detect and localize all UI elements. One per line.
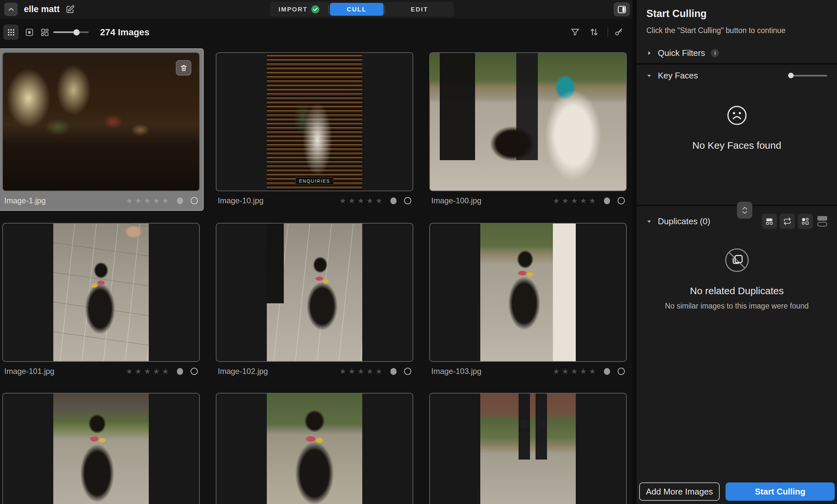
tab-import[interactable]: IMPORT xyxy=(270,2,328,17)
star-icon xyxy=(580,368,587,375)
image-filename: Image-101.jpg xyxy=(4,367,54,376)
star-rating[interactable] xyxy=(553,197,596,204)
tab-cull-label: CULL xyxy=(347,6,367,13)
image-card[interactable] xyxy=(429,393,627,504)
color-tag-dot[interactable] xyxy=(177,197,183,204)
star-rating[interactable] xyxy=(553,368,596,375)
tab-cull[interactable]: CULL xyxy=(329,2,385,17)
funnel-icon xyxy=(570,27,580,37)
key-faces-empty-text: No Key Faces found xyxy=(637,140,837,151)
duplicates-list-view-icon[interactable] xyxy=(817,216,827,227)
info-icon[interactable]: i xyxy=(711,49,719,57)
sidebar-toggle-button[interactable] xyxy=(614,2,630,16)
color-tag-dot[interactable] xyxy=(604,368,610,375)
duplicates-stack-view-button[interactable] xyxy=(762,214,777,229)
key-faces-slider[interactable] xyxy=(789,75,827,76)
image-card[interactable]: ENQUIRIES Image-10.jpg xyxy=(216,52,413,211)
duplicates-loop-button[interactable] xyxy=(780,214,795,229)
photo-venue-interior xyxy=(3,53,199,191)
star-icon xyxy=(580,197,587,204)
duplicates-grid-view-button[interactable] xyxy=(798,214,813,229)
star-icon xyxy=(375,368,382,375)
image-card[interactable] xyxy=(216,393,413,504)
star-icon xyxy=(571,197,578,204)
photo-thumbnail[interactable] xyxy=(2,223,200,362)
image-filename: Image-100.jpg xyxy=(431,196,481,205)
edit-pencil-icon xyxy=(65,5,74,14)
selection-circle[interactable] xyxy=(191,197,198,204)
tab-import-label: IMPORT xyxy=(279,6,308,13)
photo-thumbnail[interactable] xyxy=(2,52,200,191)
photo-thumbnail[interactable]: ENQUIRIES xyxy=(216,52,413,191)
image-card[interactable]: Image-1.jpg xyxy=(0,48,204,211)
selection-circle[interactable] xyxy=(618,197,625,204)
star-icon xyxy=(375,197,382,204)
selection-circle[interactable] xyxy=(618,368,625,375)
main-area: elle matt IMPORT CULL EDIT xyxy=(0,0,633,504)
panel-resize-handle[interactable] xyxy=(737,202,752,219)
image-filename: Image-102.jpg xyxy=(218,367,268,376)
panel-toggle-icon xyxy=(617,4,627,14)
grid-toolbar: 274 Images xyxy=(0,19,633,46)
photo-thumbnail[interactable] xyxy=(216,223,413,362)
photo-dog-closeup xyxy=(267,394,362,504)
key-faces-label: Key Faces xyxy=(658,71,698,81)
tab-edit[interactable]: EDIT xyxy=(385,2,454,17)
photo-thumbnail[interactable] xyxy=(2,393,200,504)
trash-icon xyxy=(180,64,188,72)
color-tag-dot[interactable] xyxy=(604,197,610,204)
add-more-images-button[interactable]: Add More Images xyxy=(639,482,719,501)
star-icon xyxy=(553,197,560,204)
color-tag-dot[interactable] xyxy=(177,368,183,375)
view-grid-button[interactable] xyxy=(3,24,19,40)
star-icon xyxy=(357,368,364,375)
selection-circle[interactable] xyxy=(404,197,411,204)
thumbnail-size-slider-thumb[interactable] xyxy=(74,29,80,35)
filter-button[interactable] xyxy=(570,27,580,37)
photo-thumbnail[interactable] xyxy=(429,52,627,191)
photo-dog-sitting xyxy=(53,394,149,504)
keyboard-shortcuts-button[interactable] xyxy=(614,27,624,37)
workflow-tabbar: IMPORT CULL EDIT xyxy=(270,2,454,17)
photo-thumbnail[interactable] xyxy=(216,393,413,504)
star-icon xyxy=(153,197,160,204)
mosaic-grid-icon xyxy=(801,217,809,226)
start-culling-button[interactable]: Start Culling xyxy=(726,482,835,501)
image-card[interactable]: Image-102.jpg xyxy=(216,223,413,381)
selection-circle[interactable] xyxy=(191,368,198,375)
view-mosaic-button[interactable] xyxy=(37,24,52,40)
star-icon xyxy=(562,197,569,204)
key-faces-header[interactable]: Key Faces xyxy=(637,65,837,86)
collapse-header-button[interactable] xyxy=(4,3,18,16)
photo-thumbnail[interactable] xyxy=(429,223,627,362)
star-rating[interactable] xyxy=(126,368,169,375)
star-icon xyxy=(144,197,151,204)
key-faces-slider-thumb[interactable] xyxy=(788,73,794,78)
image-card[interactable]: Image-101.jpg xyxy=(2,223,200,381)
tab-edit-label: EDIT xyxy=(411,6,428,13)
thumbnail-size-slider[interactable] xyxy=(53,31,89,33)
tab-cull-pill: CULL xyxy=(330,3,384,16)
color-tag-dot[interactable] xyxy=(390,368,397,375)
photo-dog-beside-dress xyxy=(480,223,576,361)
view-single-button[interactable] xyxy=(22,24,37,40)
star-rating[interactable] xyxy=(126,197,169,204)
edit-project-name-button[interactable] xyxy=(65,5,74,14)
photo-thumbnail[interactable] xyxy=(429,393,627,504)
quick-filters-header[interactable]: Quick Filters i xyxy=(637,43,837,63)
image-card[interactable]: Image-100.jpg xyxy=(429,52,627,211)
image-card[interactable]: Image-103.jpg xyxy=(429,223,627,381)
star-icon xyxy=(367,197,373,204)
star-rating[interactable] xyxy=(339,368,382,375)
selection-circle[interactable] xyxy=(404,368,411,375)
delete-image-button[interactable] xyxy=(176,60,191,75)
image-card[interactable] xyxy=(2,393,200,504)
pill-outline xyxy=(817,222,827,227)
key-icon xyxy=(614,27,624,37)
triangle-down-icon xyxy=(646,219,652,224)
star-rating[interactable] xyxy=(339,197,382,204)
app-header: elle matt IMPORT CULL EDIT xyxy=(0,0,633,19)
sidebar-footer: Add More Images Start Culling xyxy=(637,482,837,501)
color-tag-dot[interactable] xyxy=(390,197,397,204)
sort-button[interactable] xyxy=(589,27,599,37)
